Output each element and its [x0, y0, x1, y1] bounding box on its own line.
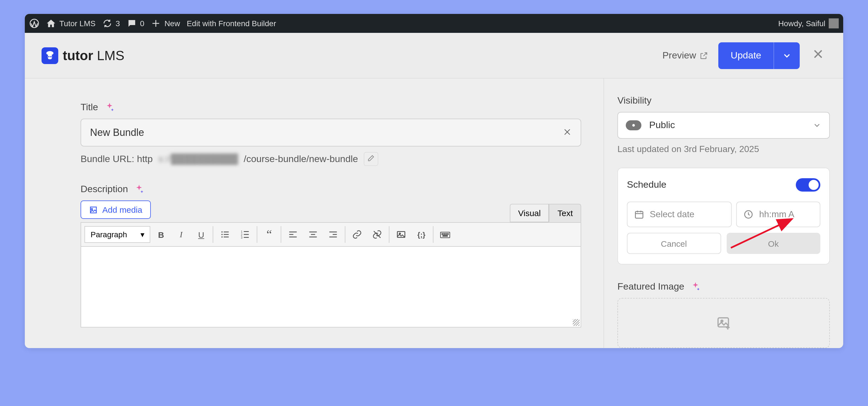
unlink-button[interactable]: [368, 225, 387, 244]
clear-title-button[interactable]: [563, 126, 572, 139]
svg-rect-31: [444, 234, 445, 234]
wp-logo-icon[interactable]: [29, 19, 39, 28]
keyboard-button[interactable]: [436, 225, 455, 244]
media-icon: [89, 205, 98, 214]
svg-rect-17: [244, 237, 249, 238]
refresh-count: 3: [116, 19, 120, 28]
svg-rect-9: [224, 232, 229, 233]
quote-button[interactable]: “: [260, 225, 279, 244]
body-area: Title Bundle URL: https://██████████/cou…: [25, 78, 843, 348]
chevron-down-icon: [782, 50, 792, 60]
resize-handle[interactable]: [573, 319, 580, 326]
image-upload-icon: [716, 315, 732, 331]
separator: [345, 226, 346, 243]
close-button[interactable]: [810, 45, 827, 65]
svg-point-6: [222, 231, 223, 233]
visibility-select[interactable]: Public: [617, 112, 830, 139]
align-left-button[interactable]: [284, 225, 303, 244]
link-button[interactable]: [348, 225, 367, 244]
svg-rect-15: [244, 231, 249, 232]
svg-rect-32: [446, 234, 446, 234]
avatar: [829, 19, 839, 28]
align-right-button[interactable]: [324, 225, 343, 244]
separator: [389, 226, 390, 243]
top-bar: tutor LMS Preview Update: [25, 33, 843, 78]
logo-text: tutor LMS: [63, 47, 124, 63]
title-input[interactable]: [90, 127, 563, 138]
comments-count: 0: [140, 19, 145, 28]
featured-image-dropzone[interactable]: [617, 298, 830, 348]
title-input-wrap: [81, 119, 581, 146]
svg-rect-34: [443, 235, 448, 236]
schedule-time-input[interactable]: hh:mm A: [736, 202, 820, 227]
svg-rect-22: [311, 234, 315, 235]
schedule-date-input[interactable]: Select date: [627, 202, 732, 227]
preview-button[interactable]: Preview: [662, 50, 708, 61]
description-label: Description: [81, 184, 581, 195]
editor-tabs: Visual Text: [510, 204, 581, 222]
underline-button[interactable]: U: [192, 225, 211, 244]
app-window: Tutor LMS 3 0 New Edit with Frontend Bui…: [25, 14, 843, 348]
ai-sparkle-icon[interactable]: [690, 281, 701, 293]
svg-point-3: [48, 56, 50, 57]
svg-rect-10: [224, 234, 229, 235]
separator: [257, 226, 257, 243]
wp-admin-bar: Tutor LMS 3 0 New Edit with Frontend Bui…: [25, 14, 843, 33]
url-prefix: Bundle URL: http: [81, 154, 153, 165]
schedule-cancel-button[interactable]: Cancel: [627, 233, 721, 254]
greeting[interactable]: Howdy, Saiful: [778, 19, 839, 28]
tab-text[interactable]: Text: [549, 204, 581, 222]
update-button-group: Update: [718, 42, 800, 69]
bold-button[interactable]: B: [152, 225, 170, 244]
schedule-ok-button[interactable]: Ok: [726, 233, 820, 254]
tab-visual[interactable]: Visual: [510, 204, 549, 222]
svg-point-8: [222, 236, 223, 238]
svg-point-7: [222, 234, 223, 235]
svg-rect-11: [224, 237, 229, 238]
schedule-toggle[interactable]: [796, 178, 820, 192]
svg-rect-33: [448, 234, 448, 234]
image-button[interactable]: [392, 225, 411, 244]
svg-rect-21: [309, 232, 317, 233]
svg-rect-19: [289, 234, 293, 235]
site-name: Tutor LMS: [59, 19, 96, 28]
bundle-url-row: Bundle URL: https://██████████/course-bu…: [81, 152, 581, 166]
eye-icon: [626, 120, 641, 130]
svg-rect-18: [289, 232, 297, 233]
main-column: Title Bundle URL: https://██████████/cou…: [25, 78, 603, 348]
format-select[interactable]: Paragraph ▾: [85, 226, 151, 243]
app-logo: tutor LMS: [41, 47, 124, 64]
bullet-list-button[interactable]: [216, 225, 235, 244]
svg-rect-29: [441, 232, 450, 238]
title-label: Title: [81, 102, 581, 113]
separator: [213, 226, 214, 243]
add-media-button[interactable]: Add media: [81, 201, 151, 219]
ai-sparkle-icon[interactable]: [133, 184, 145, 195]
ai-sparkle-icon[interactable]: [104, 102, 115, 113]
visibility-label: Visibility: [617, 95, 830, 106]
italic-button[interactable]: I: [172, 225, 191, 244]
refresh-link[interactable]: 3: [102, 19, 120, 28]
editor-toolbar: Paragraph ▾ B I U 123 “ {: [81, 222, 581, 247]
edit-url-button[interactable]: [364, 152, 378, 166]
chevron-down-icon: [812, 121, 822, 130]
svg-rect-25: [333, 234, 337, 235]
update-dropdown-button[interactable]: [774, 42, 800, 69]
editor-textarea[interactable]: [81, 247, 581, 328]
svg-rect-23: [309, 237, 317, 238]
new-link[interactable]: New: [151, 19, 180, 28]
logo-icon: [41, 47, 58, 64]
align-center-button[interactable]: [304, 225, 323, 244]
comments-link[interactable]: 0: [127, 19, 145, 28]
frontend-builder-link[interactable]: Edit with Frontend Builder: [187, 19, 276, 28]
svg-point-36: [632, 124, 635, 127]
clock-icon: [743, 209, 753, 219]
svg-rect-16: [244, 234, 249, 235]
close-icon: [563, 127, 572, 136]
numbered-list-button[interactable]: 123: [236, 225, 255, 244]
update-button[interactable]: Update: [718, 42, 774, 69]
svg-rect-30: [442, 234, 443, 234]
pencil-icon: [367, 154, 375, 162]
home-link[interactable]: Tutor LMS: [46, 19, 96, 28]
shortcode-button[interactable]: {;}: [412, 225, 431, 244]
